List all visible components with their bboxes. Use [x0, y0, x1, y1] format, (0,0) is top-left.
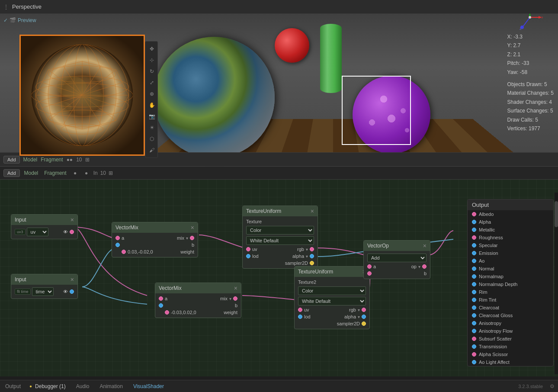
- select-tool-icon[interactable]: ⊹: [146, 55, 157, 66]
- vectorop-close[interactable]: ×: [423, 242, 427, 249]
- status-output-tab[interactable]: Output: [3, 383, 22, 389]
- ao-port: [472, 259, 476, 263]
- output-ao: Ao: [468, 257, 553, 265]
- input2-type-select[interactable]: time: [32, 287, 54, 296]
- texture1-close[interactable]: ×: [311, 208, 314, 215]
- preview-icon: 🎬: [10, 17, 16, 23]
- status-animation-tab[interactable]: Animation: [98, 383, 125, 389]
- clearcoat-port: [472, 305, 476, 310]
- vectormix2-close[interactable]: ×: [234, 285, 237, 292]
- rim-port: [472, 290, 476, 294]
- wireframe-svg: [21, 36, 144, 154]
- output-subsurf-scatter: Subsurf Scatter: [468, 335, 553, 343]
- stat-draws: Draw Calls: 5: [507, 116, 554, 124]
- top-bar: ⋮ Perspective: [0, 0, 558, 14]
- node-in: In: [93, 170, 98, 176]
- node-canvas[interactable]: Input × uv3 uv 👁: [0, 180, 558, 376]
- texture1-default-select[interactable]: White Default: [246, 236, 314, 245]
- perspective-label: Perspective: [12, 3, 42, 10]
- input-node-1-header: Input ×: [11, 215, 77, 225]
- preview-button[interactable]: ✓ 🎬 Preview: [3, 17, 36, 23]
- move-tool-icon[interactable]: ✥: [146, 43, 157, 55]
- fragment-label: Fragment: [41, 157, 63, 163]
- vectorop-node: VectorOp × Add a op ▾: [363, 240, 430, 279]
- vm1-weight-value: 0.03,-0.02,0: [128, 249, 153, 254]
- out-indicator: 10: [76, 157, 82, 163]
- in-indicator: ●●: [67, 157, 73, 163]
- stat-vertices: Vertices: 1977: [507, 124, 554, 133]
- vm2-weight-in: [165, 310, 169, 315]
- ao-light-port: [472, 360, 476, 364]
- texture2-default-select[interactable]: White Default: [298, 297, 366, 305]
- earth-sphere: [154, 37, 275, 158]
- vectorop-op-select[interactable]: Add: [367, 254, 427, 262]
- stat-z: Z: 2.1: [507, 50, 554, 59]
- node-editor-toolbar: Add Model Fragment ● ● In 10 ⊞: [0, 167, 558, 180]
- scale-tool-icon[interactable]: ⤢: [146, 77, 157, 88]
- pan-tool-icon[interactable]: ✋: [146, 100, 157, 111]
- specular-port: [472, 243, 476, 247]
- tex1-alpha-arrow: ▾: [306, 254, 308, 259]
- vm2-b-label: b: [235, 303, 237, 308]
- node-scrollbar[interactable]: [555, 193, 558, 374]
- output-specular: Specular: [468, 241, 553, 249]
- output-metallic: Metallic: [468, 226, 553, 234]
- version-label: 3.2.3.stable: [518, 384, 543, 389]
- anisotropy-flow-port: [472, 329, 476, 333]
- vectormix-node-1: VectorMix × a mix ▾ b 0.03,-: [112, 222, 198, 257]
- input-node-1-title: Input: [15, 217, 26, 223]
- input-node-1-close[interactable]: ×: [71, 216, 74, 223]
- tex1-lod-label: lod: [252, 254, 259, 259]
- time-badge: flt time: [15, 289, 31, 295]
- normalmap-depth-port: [472, 282, 476, 286]
- normal-port: [472, 267, 476, 271]
- svg-point-45: [529, 16, 531, 19]
- node-add-button[interactable]: Add: [3, 169, 20, 177]
- input1-type-select[interactable]: uv: [27, 228, 48, 236]
- texture1-color-select[interactable]: Color: [246, 226, 314, 235]
- tex1-rgb-out: [310, 247, 314, 251]
- subsurf-scatter-port: [472, 337, 476, 341]
- input-node-2-close[interactable]: ×: [71, 276, 74, 283]
- vm2-weight-label: weight: [224, 310, 237, 315]
- vectormix2-header: VectorMix ×: [155, 283, 241, 293]
- output-anisotropy-flow: Anisotropy Flow: [468, 327, 553, 335]
- camera-tool-icon[interactable]: 📷: [146, 111, 157, 122]
- status-debugger-tab[interactable]: Debugger (1): [33, 383, 67, 389]
- output-alpha: Alpha: [468, 218, 553, 226]
- status-audio-tab[interactable]: Audio: [74, 383, 91, 389]
- tex2-lod-in: [298, 315, 302, 319]
- output-normalmap: Normalmap: [468, 273, 553, 280]
- mesh-tool-icon[interactable]: ⬡: [146, 133, 157, 145]
- layout-options-icon[interactable]: ⚙: [550, 383, 555, 389]
- vop-op-label: op: [411, 264, 417, 269]
- tex1-uv-in: [246, 247, 250, 251]
- input2-out-port: [70, 289, 74, 294]
- rotate-tool-icon[interactable]: ↻: [146, 66, 157, 77]
- texture2-header: TextureUniform ×: [295, 267, 369, 277]
- tex2-uv-in: [298, 308, 302, 312]
- tex2-rgb-arrow: ▾: [358, 308, 360, 312]
- stat-surfaces: Surface Changes: 5: [507, 106, 554, 115]
- paint-tool-icon[interactable]: 🖌: [146, 145, 157, 156]
- preview-overlay: [19, 35, 145, 156]
- vectormix1-close[interactable]: ×: [191, 224, 194, 231]
- svg-point-37: [80, 91, 106, 108]
- vm1-mix-out: [190, 236, 194, 240]
- texture2-color-select[interactable]: Color: [298, 286, 366, 295]
- node-model-label: Model: [24, 170, 38, 176]
- tex2-sampler-label: sampler2D: [337, 321, 360, 326]
- light-tool-icon[interactable]: ☀: [146, 122, 157, 133]
- input-node-1: Input × uv3 uv 👁: [11, 214, 78, 239]
- add-button[interactable]: Add: [3, 156, 20, 164]
- scrollbar-thumb[interactable]: [555, 201, 558, 227]
- svg-text:Z: Z: [520, 27, 522, 30]
- model-label: Model: [23, 157, 38, 163]
- transmission-port: [472, 344, 476, 349]
- check-icon: ✓: [3, 17, 8, 23]
- zoom-tool-icon[interactable]: ⊕: [146, 88, 157, 100]
- vop-a-in: [367, 264, 372, 269]
- node-dots1: ●: [71, 170, 80, 176]
- status-visualshader-tab[interactable]: VisualShader: [131, 383, 166, 389]
- svg-point-38: [55, 102, 71, 114]
